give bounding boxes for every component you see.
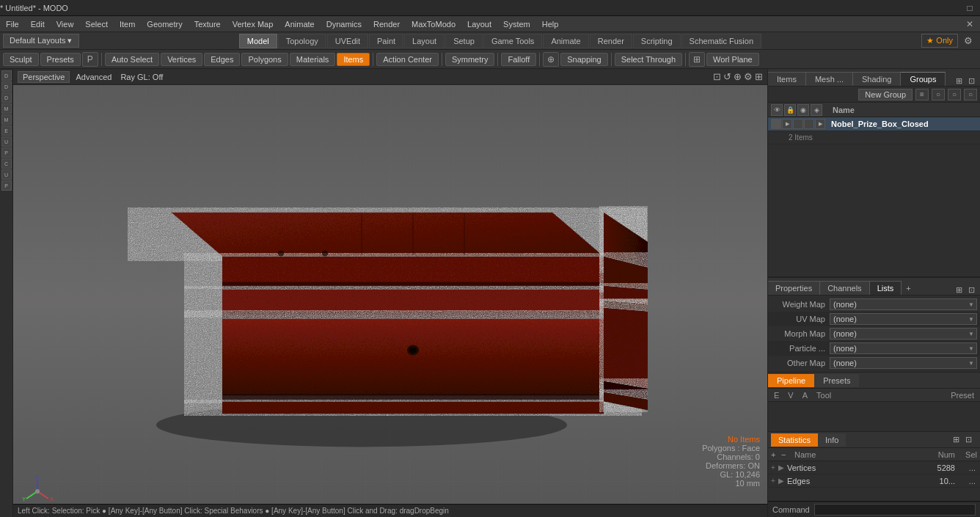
left-tool-2[interactable]: D [1, 81, 12, 92]
symmetry-button[interactable]: Symmetry [445, 53, 495, 66]
edges-arrow[interactable]: ▶ [778, 477, 786, 485]
col-icon-eye[interactable]: 👁 [771, 104, 783, 116]
vertices-button[interactable]: Vertices [161, 53, 202, 66]
item-icon-2[interactable] [804, 119, 814, 129]
menu-edit[interactable]: Edit [25, 18, 51, 30]
col-icon-lock[interactable]: 🔒 [784, 104, 796, 116]
tab-setup[interactable]: Setup [445, 34, 483, 48]
menu-texture[interactable]: Texture [189, 18, 227, 30]
tab-topology[interactable]: Topology [278, 34, 326, 48]
tab-layout[interactable]: Layout [404, 34, 445, 48]
tab-mesh[interactable]: Mesh ... [806, 72, 853, 86]
viewport-expand-icon[interactable]: ⊞ [755, 71, 763, 82]
left-tool-4[interactable]: M [1, 103, 12, 114]
close-button[interactable]: ✕ [959, 16, 980, 32]
groups-icon-2[interactable]: ○ [948, 89, 961, 100]
left-tool-9[interactable]: C [1, 158, 12, 169]
tab-model[interactable]: Model [239, 34, 277, 48]
item-icon-3[interactable]: ▶ [815, 119, 825, 129]
stats-expand-icon[interactable]: ⊞ [951, 435, 962, 444]
auto-select-button[interactable]: Auto Select [105, 53, 159, 66]
left-tool-11[interactable]: P [1, 180, 12, 191]
polygons-button[interactable]: Polygons [241, 53, 288, 66]
tab-groups[interactable]: Groups [901, 72, 946, 86]
items-button[interactable]: Items [337, 53, 370, 66]
tab-channels[interactable]: Channels [820, 281, 869, 295]
viewport-zoom-icon[interactable]: ⊕ [734, 71, 742, 82]
left-tool-1[interactable]: D [1, 70, 12, 81]
uv-map-dropdown[interactable]: (none) [830, 313, 977, 325]
tab-lists[interactable]: Lists [870, 281, 902, 295]
col-icon-render[interactable]: ◉ [797, 104, 809, 116]
sculpt-button[interactable]: Sculpt [3, 53, 39, 66]
left-tool-3[interactable]: D [1, 92, 12, 103]
pipeline-tab[interactable]: Pipeline [768, 374, 814, 387]
edges-button[interactable]: Edges [204, 53, 240, 66]
menu-maxtomodo[interactable]: MaxToModo [406, 18, 461, 30]
viewport-settings-icon[interactable]: ⚙ [744, 71, 753, 82]
tab-gametools[interactable]: Game Tools [483, 34, 543, 48]
falloff-button[interactable]: Falloff [501, 53, 536, 66]
left-tool-8[interactable]: P [1, 147, 12, 158]
menu-layout[interactable]: Layout [461, 18, 497, 30]
cmd-input[interactable] [814, 504, 976, 516]
left-tool-7[interactable]: U [1, 136, 12, 147]
prop-resize-icon[interactable]: ⊡ [966, 285, 977, 295]
action-center-button[interactable]: Action Center [376, 53, 439, 66]
particle-dropdown[interactable]: (none) [830, 342, 977, 354]
prop-expand-icon[interactable]: ⊞ [954, 285, 965, 295]
maximize-button[interactable]: □ [959, 0, 980, 16]
menu-render[interactable]: Render [368, 18, 406, 30]
layout-gear-icon[interactable]: ⚙ [961, 34, 976, 48]
statistics-tab[interactable]: Statistics [771, 433, 818, 447]
viewport[interactable]: Perspective Advanced Ray GL: Off ⊡ ↺ ⊕ ⚙… [13, 69, 767, 517]
morph-map-dropdown[interactable]: (none) [830, 328, 977, 340]
stats-add-col[interactable]: + [771, 450, 781, 459]
menu-file[interactable]: File [0, 18, 25, 30]
left-tool-5[interactable]: M [1, 114, 12, 125]
star-only-button[interactable]: ★ Only [921, 34, 958, 48]
left-tool-6[interactable]: E [1, 125, 12, 136]
groups-icon-3[interactable]: ○ [964, 89, 977, 100]
perspective-dropdown[interactable]: Perspective [18, 71, 70, 83]
viewport-canvas[interactable]: No Items Polygons : Face Channels: 0 Def… [13, 85, 767, 517]
viewport-fit-icon[interactable]: ⊡ [713, 71, 721, 82]
stats-minus-col[interactable]: − [781, 450, 791, 459]
workplane-button[interactable]: Worl Plane [706, 53, 759, 66]
tab-schematic[interactable]: Schematic Fusion [681, 34, 761, 48]
tab-scripting[interactable]: Scripting [633, 34, 681, 48]
advanced-label[interactable]: Advanced [73, 72, 114, 82]
tab-uvedit[interactable]: UVEdit [327, 34, 368, 48]
snapping-icon[interactable]: ⊕ [543, 52, 559, 67]
item-checkbox[interactable]: ▶ [782, 119, 792, 129]
col-icon-sub[interactable]: ◈ [811, 104, 822, 116]
other-map-dropdown[interactable]: (none) [830, 357, 977, 369]
presets-icon[interactable]: P [82, 52, 98, 67]
presets-button[interactable]: Presets [40, 53, 81, 66]
ray-gl-label[interactable]: Ray GL: Off [117, 72, 166, 82]
workplane-icon[interactable]: ⊞ [689, 52, 705, 67]
info-tab[interactable]: Info [818, 433, 846, 447]
groups-expand-icon[interactable]: ⊞ [954, 76, 965, 86]
vertices-expand[interactable]: + [771, 463, 778, 472]
groups-icon-1[interactable]: ○ [932, 89, 945, 100]
menu-select[interactable]: Select [79, 18, 114, 30]
item-icon-1[interactable] [793, 119, 803, 129]
vertices-arrow[interactable]: ▶ [778, 463, 786, 472]
materials-button[interactable]: Materials [290, 53, 336, 66]
new-group-button[interactable]: New Group [858, 89, 913, 100]
groups-view-icon[interactable]: ≡ [915, 89, 929, 100]
menu-vertexmap[interactable]: Vertex Map [227, 18, 279, 30]
presets-tab[interactable]: Presets [814, 374, 859, 387]
weight-map-dropdown[interactable]: (none) [830, 298, 977, 310]
stats-resize-icon[interactable]: ⊡ [963, 435, 974, 444]
layout-dropdown[interactable]: Default Layouts ▾ [3, 34, 79, 48]
tab-render[interactable]: Render [590, 34, 632, 48]
menu-geometry[interactable]: Geometry [141, 18, 188, 30]
menu-item[interactable]: Item [114, 18, 141, 30]
group-item[interactable]: ▶ ▶ Nobel_Prize_Box_Closed [768, 117, 980, 131]
menu-system[interactable]: System [497, 18, 536, 30]
menu-animate[interactable]: Animate [279, 18, 320, 30]
viewport-rotate-icon[interactable]: ↺ [723, 71, 731, 82]
tab-items[interactable]: Items [768, 72, 806, 86]
